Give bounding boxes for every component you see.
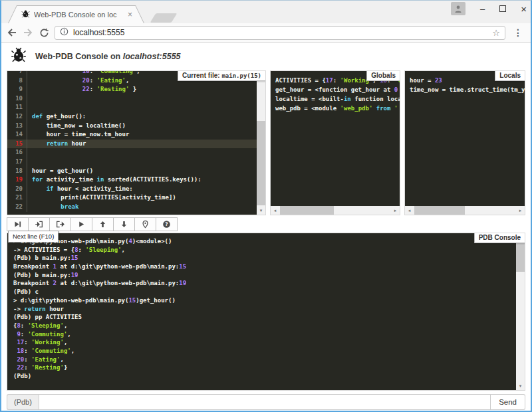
browser-menu-icon[interactable]: ⋮ <box>511 27 525 38</box>
step-into-button[interactable] <box>28 217 50 231</box>
locals-label: Locals <box>495 70 525 81</box>
scroll-right-icon[interactable]: ▸ <box>391 206 400 215</box>
close-window-button[interactable]: × <box>521 4 527 14</box>
down-button[interactable] <box>113 217 135 231</box>
panels-row: Current file: main.py(15) 7 18: 'Commuti… <box>7 70 525 215</box>
scroll-left-icon[interactable]: ◂ <box>271 206 279 215</box>
locals-scrollbar[interactable]: ◂ ▸ <box>405 206 525 215</box>
pdb-command-input[interactable] <box>39 394 491 410</box>
help-button[interactable]: ? <box>156 217 178 231</box>
pdb-console-panel: PDB Console > d:\git\python-web-pdb\main… <box>7 233 525 391</box>
code-line: (Pdb) <box>13 372 516 381</box>
scroll-down-icon[interactable]: ▾ <box>257 206 265 215</box>
minimize-button[interactable]: – <box>480 5 485 13</box>
code-line: 9: 'Commuting', <box>13 330 516 339</box>
pdb-console-label: PDB Console <box>474 233 525 243</box>
scroll-right-icon[interactable]: ▸ <box>516 206 525 215</box>
scroll-down-icon[interactable]: ▾ <box>516 381 525 390</box>
info-icon[interactable] <box>60 27 68 39</box>
play-icon <box>77 220 86 229</box>
code-line: 21 print(ACTIVITIES[activity_time]) <box>7 193 257 203</box>
forward-icon[interactable] <box>23 26 33 39</box>
locals-scrollbar-thumb[interactable] <box>414 206 465 215</box>
browser-tab[interactable]: Web-PDB Console on loc × <box>8 5 144 23</box>
log-out-icon <box>56 220 65 229</box>
app-header: Web-PDB Console on localhost:5555 <box>1 43 531 68</box>
globals-label: Globals <box>366 70 400 81</box>
code-line: localtime = <built-in function loca <box>275 94 400 104</box>
code-line: 11 <box>7 103 257 112</box>
page-title: Web-PDB Console on localhost:5555 <box>35 52 181 61</box>
map-marker-icon <box>141 220 150 229</box>
code-line: 20 if hour < activity_time: <box>7 185 257 194</box>
code-line: 17: 'Working', <box>13 338 516 347</box>
reload-icon[interactable] <box>39 26 49 39</box>
code-line: -> ACTIVITIES = {8: 'Sleeping', <box>13 246 516 255</box>
up-button[interactable] <box>92 217 114 231</box>
new-tab-button[interactable] <box>150 13 178 23</box>
globals-panel: Globals ACTIVITIES = {17: 'Working', 18:… <box>270 70 400 215</box>
code-line: 19for activity_time in sorted(ACTIVITIES… <box>7 175 257 185</box>
log-in-icon <box>35 220 43 229</box>
profile-button[interactable] <box>451 2 466 15</box>
command-input-row: (Pdb) Send <box>7 394 525 410</box>
where-button[interactable] <box>134 217 156 231</box>
editor-scrollbar-thumb[interactable] <box>257 121 265 205</box>
code-line: 10 <box>7 94 257 104</box>
browser-window: Web-PDB Console on loc × – × <box>0 0 532 412</box>
code-line: 12def get_hour(): <box>7 112 257 122</box>
maximize-button[interactable] <box>499 5 506 12</box>
code-line: time_now = time.struct_time(tm_yea <box>410 85 525 94</box>
code-line: 20: 'Eating', <box>13 356 516 364</box>
web-pdb-logo-bug-icon <box>11 47 27 66</box>
browser-navbar: localhost:5555 ☆ ⋮ <box>1 23 531 42</box>
browser-titlebar: Web-PDB Console on loc × – × <box>1 1 531 23</box>
code-line: get_hour = <function get_hour at 0 <box>275 85 400 94</box>
code-line: -> return hour <box>13 305 516 314</box>
globals-variables: ACTIVITIES = {17: 'Working', 18: 'Cget_h… <box>271 71 400 206</box>
code-line: {8: 'Sleeping', <box>13 322 516 330</box>
url-bar[interactable]: localhost:5555 ☆ <box>55 26 505 40</box>
scroll-left-icon[interactable]: ◂ <box>405 206 414 215</box>
code-line: web_pdb = <module 'web_pdb' from ' <box>275 104 400 113</box>
code-line: 22 break <box>7 203 257 212</box>
step-forward-icon <box>13 220 22 229</box>
page-title-host: localhost:5555 <box>123 52 181 61</box>
code-line: 9 22: 'Resting' } <box>7 85 257 94</box>
svg-text:?: ? <box>165 221 168 227</box>
bookmark-star-icon[interactable]: ☆ <box>492 28 500 38</box>
return-button[interactable] <box>49 217 71 231</box>
code-line: > d:\git\python-web-pdb\main.py(15)get_h… <box>13 296 516 305</box>
code-line: 15 return hour <box>7 140 257 149</box>
code-line: (Pdb) b main.py:19 <box>13 271 516 280</box>
next-line-button[interactable] <box>7 217 29 231</box>
code-line: 13 time_now = localtime() <box>7 122 257 131</box>
globals-scrollbar[interactable]: ◂ ▸ <box>271 206 400 215</box>
current-file-panel: Current file: main.py(15) 7 18: 'Commuti… <box>7 70 266 215</box>
current-file-label: Current file: main.py(15) <box>178 70 266 81</box>
code-line: (Pdb) pp ACTIVITIES <box>13 313 516 322</box>
tooltip: Next line (F10) <box>8 231 59 243</box>
code-editor: 7 18: 'Commuting',8 20: 'Eating',9 22: '… <box>7 70 257 215</box>
editor-scrollbar[interactable]: ▴ ▾ <box>257 71 265 215</box>
pdb-prompt-addon: (Pdb) <box>7 394 39 410</box>
tab-title: Web-PDB Console on loc <box>34 11 124 19</box>
arrow-down-icon <box>120 220 128 229</box>
code-line: 18hour = get_hour() <box>7 167 257 176</box>
back-icon[interactable] <box>7 26 17 39</box>
continue-button[interactable] <box>70 217 92 231</box>
locals-variables: hour = 23time_now = time.struct_time(tm_… <box>405 71 525 206</box>
globals-scrollbar-thumb[interactable] <box>280 206 334 215</box>
code-line: (Pdb) b main.py:15 <box>13 254 516 262</box>
code-line: 17 <box>7 157 257 167</box>
code-line: 18: 'Commuting', <box>13 347 516 356</box>
send-button[interactable]: Send <box>491 394 525 410</box>
debug-toolbar: ? Next line (F10) <box>7 217 525 231</box>
favicon-bug-icon <box>21 9 30 21</box>
arrow-up-icon <box>98 220 107 229</box>
console-scrollbar[interactable]: ▴ ▾ <box>516 233 525 390</box>
tab-close-icon[interactable]: × <box>128 11 132 19</box>
console-scrollbar-thumb[interactable] <box>516 243 525 272</box>
url-text[interactable]: localhost:5555 <box>73 28 487 37</box>
locals-panel: Locals hour = 23time_now = time.struct_t… <box>404 70 525 215</box>
